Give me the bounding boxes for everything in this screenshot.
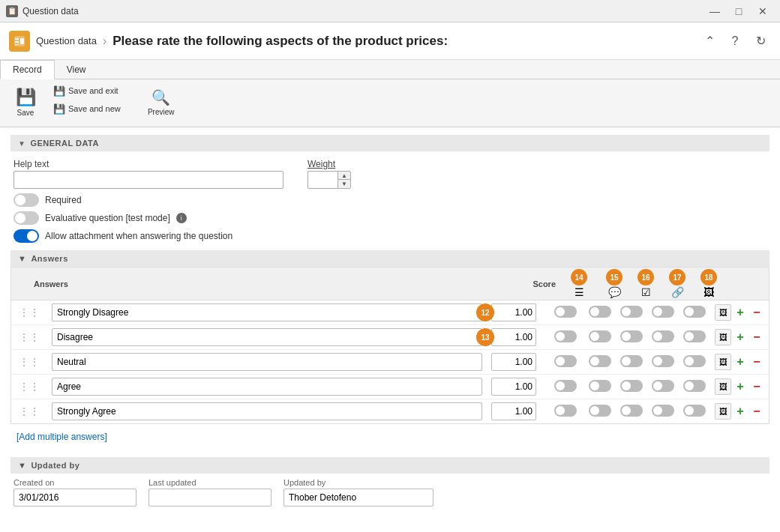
save-and-exit-button[interactable]: 💾 Save and exit — [48, 82, 126, 99]
toggle-16-4[interactable] — [620, 380, 643, 392]
answer-input-3[interactable] — [52, 353, 482, 371]
drag-handle[interactable]: ⋮⋮ — [16, 381, 43, 393]
evaluative-toggle[interactable] — [14, 211, 39, 225]
score-input-1[interactable] — [491, 303, 536, 321]
weight-up-button[interactable]: ▲ — [338, 172, 350, 180]
del-btn-4[interactable]: − — [749, 380, 764, 393]
del-btn-1[interactable]: − — [749, 306, 764, 319]
svg-rect-4 — [20, 38, 24, 44]
toggle-15-1[interactable] — [589, 306, 611, 318]
breadcrumb-page-title: Please rate the following aspects of the… — [112, 34, 693, 49]
maximize-button[interactable]: □ — [728, 4, 750, 19]
toggle-16-5[interactable] — [620, 405, 643, 417]
toggle-16-1[interactable] — [620, 306, 643, 318]
weight-input[interactable]: 1 — [308, 171, 338, 189]
score-input-3[interactable] — [491, 353, 536, 371]
answer-cell-1: 12 — [47, 300, 487, 325]
action-icons-1: 🖼 + − — [715, 304, 764, 321]
toggle-17-1[interactable] — [652, 306, 674, 318]
answer-input-5[interactable] — [52, 402, 482, 420]
toggle-15-4[interactable] — [589, 380, 611, 392]
updated-by-chevron[interactable]: ▼ — [18, 461, 26, 470]
answers-col-header: Answers — [17, 279, 497, 288]
toggle-17-2[interactable] — [652, 330, 674, 342]
toggle-14-2[interactable] — [554, 330, 577, 342]
required-toggle[interactable] — [14, 193, 39, 207]
image-btn-5[interactable]: 🖼 — [715, 403, 731, 420]
help-button[interactable]: ? — [724, 31, 746, 52]
toggle-16-3[interactable] — [620, 355, 643, 367]
drag-handle[interactable]: ⋮⋮ — [16, 306, 43, 318]
answers-header: ▼ Answers — [10, 250, 770, 267]
minimize-button[interactable]: — — [704, 4, 726, 19]
image-btn-1[interactable]: 🖼 — [715, 304, 731, 321]
toggle-18-1[interactable] — [683, 306, 706, 318]
score-input-5[interactable] — [491, 402, 536, 420]
del-btn-3[interactable]: − — [749, 355, 764, 369]
save-and-new-button[interactable]: 💾 Save and new — [48, 100, 126, 117]
weight-link[interactable]: Weight — [308, 159, 335, 169]
add-btn-2[interactable]: + — [733, 330, 748, 344]
answer-input-4[interactable] — [52, 378, 482, 396]
toggle-14-5[interactable] — [554, 405, 577, 417]
add-multiple-answers-link[interactable]: [Add multiple answers] — [14, 427, 110, 447]
add-btn-4[interactable]: + — [733, 380, 748, 393]
answers-section: ▼ Answers Answers Score 14 ☰ 15 💬 16 ☑ — [10, 250, 770, 450]
ribbon-tabs: Record View — [0, 60, 780, 79]
weight-down-button[interactable]: ▼ — [338, 180, 350, 188]
preview-button[interactable]: 🔍 Preview — [142, 82, 181, 121]
toggle-15-2[interactable] — [589, 330, 611, 342]
image-btn-3[interactable]: 🖼 — [715, 354, 731, 370]
answer-input-2[interactable] — [52, 328, 482, 346]
general-data-chevron[interactable]: ▼ — [18, 139, 26, 148]
updated-by-input[interactable] — [284, 489, 434, 507]
image-btn-4[interactable]: 🖼 — [715, 378, 731, 395]
drag-handle-cell: ⋮⋮ — [11, 325, 48, 350]
last-updated-input[interactable] — [148, 489, 272, 507]
drag-handle[interactable]: ⋮⋮ — [16, 331, 43, 343]
toggle-18-3[interactable] — [683, 355, 706, 367]
attachment-toggle[interactable] — [14, 229, 39, 243]
breadcrumb-app-label[interactable]: Question data — [36, 35, 97, 46]
drag-handle[interactable]: ⋮⋮ — [16, 356, 43, 368]
toggle-16-2[interactable] — [620, 330, 643, 342]
evaluative-info-icon[interactable]: i — [176, 213, 187, 223]
toggle-18-5[interactable] — [683, 405, 706, 417]
toggle-14-4[interactable] — [554, 380, 577, 392]
del-btn-2[interactable]: − — [749, 330, 764, 344]
answers-chevron[interactable]: ▼ — [18, 254, 26, 263]
drag-handle[interactable]: ⋮⋮ — [16, 405, 43, 417]
toggle-14-cell-4 — [547, 375, 584, 399]
toggle-15-3[interactable] — [589, 355, 611, 367]
toggle-17-5[interactable] — [652, 405, 674, 417]
refresh-button[interactable]: ↻ — [750, 31, 771, 52]
tab-view[interactable]: View — [55, 60, 98, 79]
answer-cell-5 — [47, 399, 487, 424]
add-btn-1[interactable]: + — [733, 306, 748, 319]
score-input-4[interactable] — [491, 378, 536, 396]
score-input-2[interactable] — [491, 328, 536, 346]
answer-input-1[interactable] — [52, 303, 482, 321]
image-btn-2[interactable]: 🖼 — [715, 329, 731, 345]
add-btn-5[interactable]: + — [733, 405, 748, 418]
save-label: Save — [17, 109, 34, 117]
save-button[interactable]: 💾 Save — [6, 82, 45, 121]
drag-handle-cell: ⋮⋮ — [11, 399, 48, 424]
del-btn-5[interactable]: − — [749, 405, 764, 418]
collapse-button[interactable]: ⌃ — [699, 31, 720, 52]
toggle-17-4[interactable] — [652, 380, 674, 392]
tab-record[interactable]: Record — [0, 60, 55, 79]
toggle-18-4[interactable] — [683, 380, 706, 392]
add-btn-3[interactable]: + — [733, 355, 748, 369]
close-button[interactable]: ✕ — [752, 4, 774, 19]
toggle-18-2[interactable] — [683, 330, 706, 342]
created-on-input[interactable] — [14, 489, 136, 507]
help-text-row: Help text Weight 1 ▲ ▼ — [10, 159, 770, 189]
badge-17: 17 — [669, 269, 686, 285]
toggle-15-5[interactable] — [589, 405, 611, 417]
toggle-14-1[interactable] — [554, 306, 577, 318]
toggle-14-3[interactable] — [554, 355, 577, 367]
help-text-input[interactable] — [14, 171, 284, 189]
toggle-14-cell-5 — [547, 399, 584, 424]
toggle-17-3[interactable] — [652, 355, 674, 367]
